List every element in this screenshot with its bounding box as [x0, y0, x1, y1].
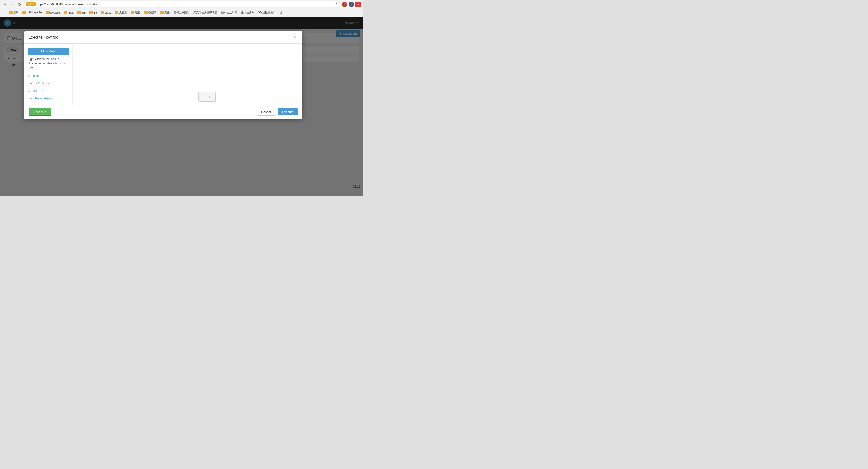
browser-chrome: ← → ⟳ 不安全 https://node03:8443/manager?pr… [0, 0, 363, 17]
footer-right-actions: Cancel Execute [256, 108, 298, 116]
bookmark-label: 数据库 [149, 11, 156, 14]
schedule-button[interactable]: Schedule [29, 108, 51, 115]
bookmark-cache[interactable]: 缓存 [130, 10, 142, 15]
bookmark-cdh[interactable]: cdh与apache [21, 10, 44, 15]
bookmark-email[interactable]: 登录企业邮箱 [220, 10, 239, 15]
bookmark-vm[interactable]: VM虚拟机提示 [257, 10, 277, 15]
bookmark-study[interactable]: study [99, 11, 113, 14]
cancel-button[interactable]: Cancel [256, 108, 275, 116]
concurrent-link[interactable]: Concurrent [28, 88, 69, 94]
bookmark-label: 免费上网账号 [174, 11, 190, 14]
bookmark-extra[interactable]: 虚 [278, 10, 284, 15]
folder-icon [78, 11, 81, 14]
bookmark-label: 登录企业邮箱 [221, 11, 237, 14]
modal-header: Execute Flow foo × [24, 31, 302, 44]
bookmark-free-net[interactable]: 免费上网账号 [172, 10, 191, 15]
modal-title: Execute Flow foo [29, 35, 58, 40]
page-background: A A azkaban ▾ Proje... Flows ▲ foo foo ⬇… [0, 17, 363, 196]
reload-button[interactable]: ⟳ [17, 1, 22, 7]
modal-body: Flow View Right click on the jobs to dis… [24, 44, 302, 105]
flow-view-button[interactable]: Flow View [28, 47, 69, 55]
folder-icon [9, 11, 12, 14]
bookmark-javaweb[interactable]: javaweb [45, 11, 61, 14]
execute-flow-modal: Execute Flow foo × Flow View Right click… [24, 31, 302, 119]
folder-icon [46, 11, 50, 14]
bookmark-label: 虚 [279, 11, 282, 14]
bookmark-label: VM虚拟机提示 [258, 11, 276, 14]
bookmark-label: film [82, 11, 86, 14]
bookmarks-bar: ⋮ 应用 cdh与apache javaweb linux film life … [0, 9, 363, 16]
folder-icon [89, 11, 93, 14]
failure-options-link[interactable]: Failure Options [28, 80, 69, 86]
bookmark-label: 生成注册码 [241, 11, 254, 14]
folder-icon [23, 11, 26, 14]
star-icon: ☆ [335, 3, 338, 6]
bookmark-life[interactable]: life [88, 11, 98, 14]
bookmark-spider[interactable]: 爬虫 [159, 10, 171, 15]
bookmark-film[interactable]: film [76, 11, 87, 14]
bookmark-register[interactable]: 生成注册码 [240, 10, 256, 15]
extension-icon-1: V [342, 2, 347, 7]
folder-icon [131, 11, 134, 14]
bookmark-label: 缓存 [135, 11, 141, 14]
bookmark-db[interactable]: 数据库 [143, 10, 158, 15]
modal-main-content: foo [72, 44, 302, 105]
folder-icon [115, 11, 119, 14]
back-button[interactable]: ← [2, 1, 8, 7]
modal-close-button[interactable]: × [292, 35, 298, 40]
url-bar[interactable]: 不安全 https://node03:8443/manager?project=… [24, 1, 340, 7]
bookmark-label: 大数据 [119, 11, 127, 14]
flow-view-instruction: Right click on the jobs to disable and e… [28, 57, 69, 70]
execute-button[interactable]: Execute [278, 108, 298, 115]
forward-button[interactable]: → [9, 1, 15, 7]
extension-icon-2: 👤 [349, 2, 354, 7]
extension-icon-3: A [355, 2, 361, 7]
bookmark-label: 应用 [13, 11, 19, 14]
bookmark-linux[interactable]: linux [62, 11, 75, 14]
flow-parameters-link[interactable]: Flow Parameters [28, 95, 69, 101]
modal-overlay: Execute Flow foo × Flow View Right click… [0, 17, 363, 196]
apps-icon[interactable]: ⋮ [2, 10, 6, 15]
notification-link[interactable]: Notification [28, 73, 69, 78]
modal-footer: Schedule Cancel Execute [24, 105, 302, 119]
bookmark-bigdata[interactable]: 大数据 [114, 10, 129, 15]
folder-icon [160, 11, 164, 14]
bookmark-label: life [94, 11, 97, 14]
browser-toolbar: ← → ⟳ 不安全 https://node03:8443/manager?pr… [0, 0, 363, 9]
bookmark-housing[interactable]: 武汉市住房保障和房 [192, 10, 219, 15]
schedule-button-wrapper: Schedule [29, 108, 51, 116]
bookmark-label: 武汉市住房保障和房 [193, 11, 217, 14]
bookmark-label: 爬虫 [164, 11, 170, 14]
bookmark-label: linux [68, 11, 73, 14]
folder-icon [64, 11, 67, 14]
bookmark-label: javaweb [50, 11, 60, 14]
folder-icon [101, 11, 104, 14]
modal-sidebar: Flow View Right click on the jobs to dis… [24, 44, 72, 105]
bookmark-label: study [105, 11, 111, 14]
bookmark-label: cdh与apache [27, 11, 42, 14]
flow-node-foo[interactable]: foo [198, 92, 216, 102]
folder-icon [144, 11, 148, 14]
bookmark-apps[interactable]: 应用 [8, 10, 20, 15]
security-badge: 不安全 [26, 2, 35, 6]
url-text: https://node03:8443/manager?project=myhe… [37, 3, 334, 6]
